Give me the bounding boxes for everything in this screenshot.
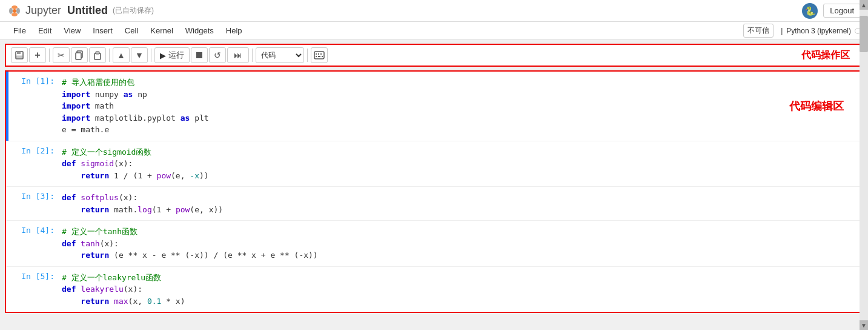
svg-rect-15 — [316, 53, 317, 55]
scroll-thumb[interactable] — [860, 16, 868, 52]
kw-def-3: def — [62, 239, 76, 248]
comment-2: # 定义一个sigmoid函数 — [62, 147, 151, 157]
fn-pow-1: pow — [157, 171, 171, 180]
separator-3 — [151, 49, 151, 62]
kw-return-1: return — [81, 171, 109, 180]
svg-rect-20 — [322, 56, 323, 57]
cell-4: In [4]: # 定义一个tanh函数 def tanh(x): return… — [6, 221, 862, 267]
play-icon: ▶ — [160, 51, 166, 60]
cut-button[interactable]: ✂ — [53, 47, 70, 63]
kw-return-3: return — [81, 251, 109, 260]
autosave-label: (已自动保存) — [113, 5, 154, 16]
separator-2 — [109, 49, 110, 62]
cell-prompt-5: In [5]: — [8, 267, 57, 312]
kernel-name-label: Python 3 (ipykernel) — [786, 27, 851, 35]
op-pow-2: ** — [171, 251, 181, 260]
svg-rect-13 — [96, 52, 99, 54]
copy-icon — [75, 50, 84, 60]
move-down-button[interactable]: ▼ — [131, 47, 148, 63]
svg-point-1 — [12, 13, 18, 16]
fn-pow-2: pow — [176, 205, 190, 214]
paste-button[interactable] — [89, 47, 106, 63]
jupyter-brand: Jupyter — [25, 4, 61, 17]
save-icon — [15, 50, 24, 60]
fn-sigmoid: sigmoid — [81, 159, 114, 168]
cell-prompt-3: In [3]: — [8, 187, 57, 220]
stop-icon — [196, 52, 202, 58]
menu-bar: File Edit View Insert Cell Kernel Widget… — [0, 22, 868, 40]
kw-return-2: return — [81, 205, 109, 214]
cell-content-5[interactable]: # 定义一个leakyrelu函数 def leakyrelu(x): retu… — [57, 267, 862, 312]
menu-view[interactable]: View — [58, 24, 87, 37]
scrollbar[interactable]: ▲ ▼ — [860, 0, 868, 315]
kw-as-2: as — [181, 113, 190, 123]
kw-as-1: as — [124, 90, 133, 99]
svg-rect-8 — [17, 52, 21, 54]
fn-max: max — [114, 297, 128, 306]
fn-softplus: softplus — [81, 193, 119, 202]
svg-point-0 — [12, 5, 18, 9]
kw-return-4: return — [81, 297, 109, 306]
jupyter-logo-icon — [7, 4, 22, 18]
menu-cell[interactable]: Cell — [119, 24, 144, 37]
cell-3: In [3]: def softplus(x): return math.log… — [6, 187, 862, 221]
scroll-track[interactable] — [860, 10, 868, 315]
kw-def-4: def — [62, 285, 76, 294]
num-neg1: -x — [190, 171, 199, 180]
svg-rect-11 — [76, 53, 81, 59]
svg-rect-14 — [314, 52, 324, 59]
fast-forward-icon: ⏭ — [234, 50, 242, 60]
fn-leakyrelu: leakyrelu — [81, 285, 123, 294]
stop-button[interactable] — [191, 47, 208, 63]
cell-content-4[interactable]: # 定义一个tanh函数 def tanh(x): return (e ** x… — [57, 221, 862, 266]
scroll-up-arrow[interactable]: ▲ — [860, 0, 868, 10]
op-plus: + — [261, 251, 266, 260]
menu-help[interactable]: Help — [220, 24, 248, 37]
notebook-title[interactable]: Untitled — [67, 4, 108, 17]
menu-edit[interactable]: Edit — [32, 24, 58, 37]
separator-5 — [307, 49, 308, 62]
not-trusted-button[interactable]: 不可信 — [743, 24, 774, 38]
arrow-down-icon: ▼ — [135, 50, 144, 60]
separator-1 — [49, 49, 50, 62]
menu-insert[interactable]: Insert — [87, 24, 119, 37]
svg-rect-16 — [318, 53, 319, 55]
keyboard-icon — [314, 51, 325, 59]
cell-prompt-2: In [2]: — [8, 141, 57, 187]
run-button[interactable]: ▶ 运行 — [154, 47, 190, 63]
kw-import-2: import — [62, 101, 90, 110]
op-minus: - — [152, 251, 157, 260]
cell-1: In [1]: # 导入箱需使用的包 import numpy as np im… — [6, 72, 862, 141]
svg-rect-18 — [316, 56, 317, 57]
cell-content-2[interactable]: # 定义一个sigmoid函数 def sigmoid(x): return 1… — [57, 141, 862, 187]
python-icon: 🐍 — [801, 2, 818, 19]
menu-file[interactable]: File — [7, 24, 32, 37]
plus-icon: + — [35, 50, 40, 61]
cell-content-1[interactable]: # 导入箱需使用的包 import numpy as np import mat… — [57, 72, 862, 141]
kernel-info: | Python 3 (ipykernel) — [781, 27, 861, 35]
notebook-container: In [1]: # 导入箱需使用的包 import numpy as np im… — [5, 70, 863, 313]
cell-prompt-1: In [1]: — [8, 72, 57, 141]
op-pow-1: ** — [128, 251, 138, 260]
restart-button[interactable]: ↺ — [209, 47, 226, 63]
svg-point-3 — [16, 8, 20, 14]
add-cell-button[interactable]: + — [29, 47, 46, 63]
op-pow-3: ** — [237, 251, 247, 260]
menu-widgets[interactable]: Widgets — [179, 24, 220, 37]
svg-rect-17 — [320, 53, 322, 55]
save-button[interactable] — [11, 47, 28, 63]
scissors-icon: ✂ — [58, 50, 65, 60]
keyboard-shortcuts-button[interactable] — [311, 47, 328, 63]
restart-run-button[interactable]: ⏭ — [227, 47, 249, 63]
cell-content-3[interactable]: def softplus(x): return math.log(1 + pow… — [57, 187, 862, 220]
kw-def-1: def — [62, 159, 76, 168]
logout-button[interactable]: Logout — [823, 4, 861, 18]
kw-def-2: def — [62, 193, 76, 202]
menu-kernel[interactable]: Kernel — [144, 24, 179, 37]
copy-button[interactable] — [71, 47, 88, 63]
jupyter-logo: Jupyter — [7, 4, 61, 18]
restart-icon: ↺ — [214, 50, 221, 60]
cell-type-select[interactable]: 代码 Markdown Raw NBConvert — [256, 47, 304, 63]
move-up-button[interactable]: ▲ — [113, 47, 130, 63]
paste-icon — [93, 50, 102, 60]
